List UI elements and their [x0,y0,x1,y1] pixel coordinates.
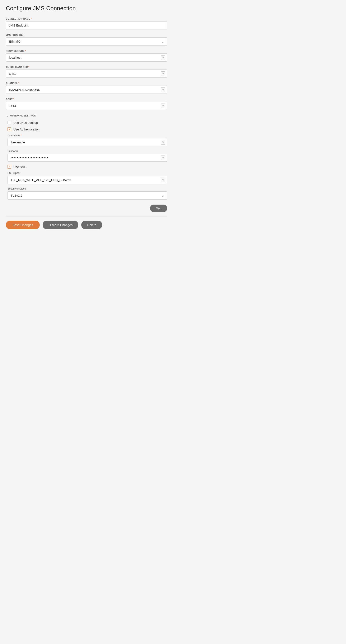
use-ssl-checkbox[interactable]: ✓ [8,165,11,169]
check-icon: ✓ [8,128,11,131]
jms-provider-select-wrapper: IBM MQ ActiveMQ TIBCO EMS WebLogic JMS ⌄ [6,37,167,46]
connection-name-label: CONNECTION NAME* [6,18,167,20]
port-input[interactable] [6,102,167,110]
channel-wrapper: V [6,86,167,94]
port-label: PORT* [6,98,167,100]
optional-settings-content: Use JNDI Lookup ✓ Use Authentication Use… [6,121,167,200]
password-wrapper: V [8,154,167,162]
test-actions-row: Test [6,204,167,212]
password-input[interactable] [8,154,167,162]
port-wrapper: V [6,102,167,110]
password-label: Password [8,150,167,152]
discard-changes-button[interactable]: Discard Changes [43,221,78,229]
save-changes-button[interactable]: Save Changes [6,221,40,229]
provider-url-label: PROVIDER URL* [6,50,167,52]
security-protocol-group: Security Protocol TLSv1.2 TLSv1.1 TLSv1 … [8,187,167,200]
user-name-group: User Name* V [8,134,167,146]
jms-provider-label: JMS PROVIDER [6,34,167,36]
queue-manager-wrapper: V [6,70,167,78]
optional-settings-header[interactable]: ⌄ OPTIONAL SETTINGS [6,114,167,117]
optional-settings-label: OPTIONAL SETTINGS [10,114,36,117]
variable-icon[interactable]: V [161,178,165,182]
page-title: Configure JMS Connection [6,5,167,12]
connection-name-group: CONNECTION NAME* [6,18,167,30]
use-jndi-lookup-checkbox[interactable] [8,121,11,124]
use-authentication-checkbox[interactable]: ✓ [8,127,11,131]
variable-icon[interactable]: V [161,155,165,160]
security-protocol-label: Security Protocol [8,187,167,190]
jms-provider-select[interactable]: IBM MQ ActiveMQ TIBCO EMS WebLogic JMS [6,37,167,46]
user-name-wrapper: V [8,138,167,146]
check-icon: ✓ [8,165,11,168]
required-star: * [13,98,14,100]
provider-url-input[interactable] [6,54,167,62]
variable-icon[interactable]: V [161,55,165,60]
required-star: * [25,50,26,52]
ssl-cipher-group: SSL Cipher V [8,172,167,184]
security-protocol-select-wrapper: TLSv1.2 TLSv1.1 TLSv1 SSLv3 ⌄ [8,192,167,200]
required-star: * [29,66,30,68]
ssl-cipher-wrapper: V [8,176,167,184]
queue-manager-input[interactable] [6,70,167,78]
use-ssl-row: ✓ Use SSL [8,165,167,169]
provider-url-wrapper: V [6,54,167,62]
delete-button[interactable]: Delete [81,221,102,229]
user-name-label: User Name* [8,134,167,137]
use-jndi-lookup-label: Use JNDI Lookup [13,121,38,124]
test-button[interactable]: Test [150,204,167,212]
channel-input[interactable] [6,86,167,94]
queue-manager-label: QUEUE MANAGER* [6,66,167,68]
provider-url-group: PROVIDER URL* V [6,50,167,62]
jms-provider-group: JMS PROVIDER IBM MQ ActiveMQ TIBCO EMS W… [6,34,167,46]
variable-icon[interactable]: V [161,140,165,144]
password-group: Password V [8,150,167,162]
variable-icon[interactable]: V [161,71,165,76]
security-protocol-select[interactable]: TLSv1.2 TLSv1.1 TLSv1 SSLv3 [8,192,167,200]
variable-icon[interactable]: V [161,103,165,108]
port-group: PORT* V [6,98,167,110]
ssl-cipher-label: SSL Cipher [8,172,167,174]
required-star: * [21,134,22,137]
queue-manager-group: QUEUE MANAGER* V [6,66,167,78]
use-ssl-label: Use SSL [13,165,26,169]
required-star: * [18,82,19,84]
use-authentication-row: ✓ Use Authentication [8,127,167,131]
variable-icon[interactable]: V [161,87,165,92]
user-name-input[interactable] [8,138,167,146]
connection-name-wrapper [6,21,167,30]
chevron-down-icon: ⌄ [6,114,9,117]
connection-name-input[interactable] [6,21,167,30]
channel-group: CHANNEL* V [6,82,167,94]
use-authentication-label: Use Authentication [13,128,40,131]
use-jndi-lookup-row: Use JNDI Lookup [8,121,167,124]
divider [6,216,167,216]
optional-settings-section: ⌄ OPTIONAL SETTINGS Use JNDI Lookup ✓ Us… [6,114,167,200]
channel-label: CHANNEL* [6,82,167,84]
ssl-cipher-input[interactable] [8,176,167,184]
bottom-actions-row: Save Changes Discard Changes Delete [6,221,167,229]
required-star: * [31,18,32,20]
